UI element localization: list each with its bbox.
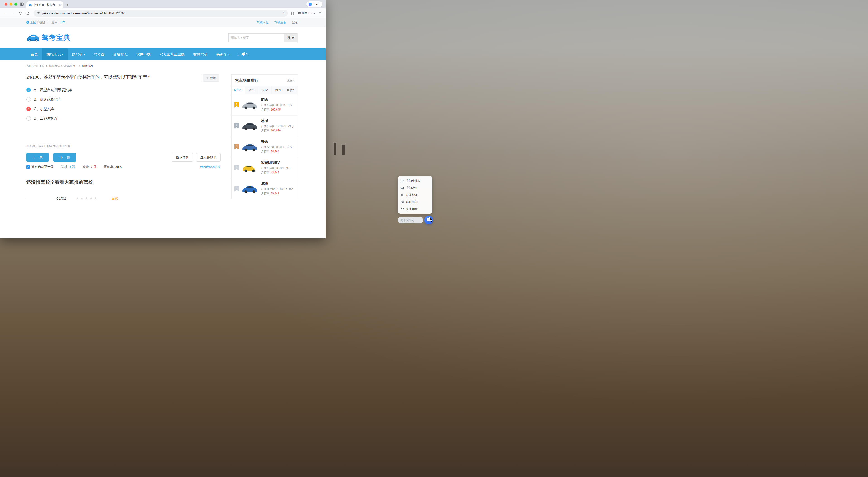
- close-window-button[interactable]: [4, 3, 7, 6]
- tab-close-icon[interactable]: ×: [59, 3, 61, 6]
- minimize-window-button[interactable]: [9, 3, 12, 6]
- forward-button[interactable]: →: [10, 10, 16, 16]
- school-join-link[interactable]: 驾校入驻: [257, 21, 269, 25]
- nav-item-community[interactable]: 驾考圈: [89, 49, 109, 60]
- auto-next-checkbox[interactable]: ✓: [26, 165, 30, 169]
- nav-item-smart-school[interactable]: 智慧驾校: [189, 49, 212, 60]
- ranking-item[interactable]: 2 思域 厂商指导价: 12.99-18.79万 月订单: 101,090: [232, 116, 298, 136]
- nav-item-enterprise[interactable]: 驾考宝典企业版: [155, 49, 189, 60]
- url-bar[interactable]: jiakaobaodian.com/mnks/exercise/0-car-ke…: [33, 10, 288, 17]
- ranking-item[interactable]: 1 朗逸 厂商指导价: 8.00-15.19万 月订单: 167,645: [232, 94, 298, 116]
- option-b[interactable]: B、低速载货汽车: [26, 95, 221, 104]
- show-explanation-button[interactable]: 显示详解: [172, 153, 193, 162]
- bookmark-star-icon[interactable]: ☆: [282, 11, 285, 15]
- car-image: [240, 120, 259, 131]
- ranking-tabs: 全部车 轿车 SUV MPV 客货车: [232, 86, 298, 94]
- browser-toolbar: ← → jiakaobaodian.com/mnks/exercise/0-ca…: [0, 8, 326, 18]
- extensions-icon[interactable]: [290, 11, 295, 15]
- divider: [26, 190, 221, 190]
- site-info-icon[interactable]: [36, 11, 40, 15]
- ranking-item[interactable]: 5 威朗 厂商指导价: 12.89-15.89万 月订单: 39,841: [232, 178, 298, 199]
- auto-next-label: 答对自动下一题: [31, 165, 54, 169]
- url-text[interactable]: jiakaobaodian.com/mnks/exercise/0-car-ke…: [42, 11, 280, 15]
- school-admin-link[interactable]: 驾校后台: [274, 21, 286, 25]
- ranking-tab-suv[interactable]: SUV: [258, 86, 271, 94]
- question-hint: 单选题，请选择你认为正确的答案！: [26, 144, 221, 148]
- car-name: 轩逸: [261, 139, 292, 144]
- site-logo[interactable]: 驾考宝典: [26, 33, 71, 42]
- show-answer-card-button[interactable]: 显示答题卡: [196, 153, 221, 162]
- nav-item-used-car[interactable]: 二手车: [234, 49, 253, 60]
- cloud-drive-icon: [401, 207, 404, 211]
- wallpaper-tower: [334, 143, 336, 155]
- bank-value-link[interactable]: 小车: [60, 21, 65, 25]
- qwen-assistant-menu: 千问快捷框 千问读屏 录音纪要 截屏提问 夸克网盘: [398, 176, 432, 214]
- school-price: 面议: [112, 196, 118, 200]
- back-button[interactable]: ←: [3, 10, 9, 16]
- price-label: 厂商指导价:: [261, 166, 275, 170]
- school-list-item[interactable]: · C1/C2 ★★★★★ 面议: [26, 196, 221, 201]
- search-input[interactable]: [228, 33, 284, 42]
- prev-question-button[interactable]: 上一题: [26, 153, 49, 162]
- nav-item-mock-exam[interactable]: 模拟考试▾: [42, 49, 67, 60]
- qwen-ask-input[interactable]: [398, 217, 423, 223]
- breadcrumb-link-kemu1[interactable]: 小车科目一: [64, 64, 78, 68]
- orders-label: 月订单:: [261, 171, 270, 174]
- webtools-extension-button[interactable]: 网页工具 ▾: [296, 11, 317, 15]
- home-button[interactable]: [25, 10, 31, 16]
- option-c[interactable]: × C、小型汽车: [26, 104, 221, 114]
- ranking-item[interactable]: 4 宏光MINIEV 厂商指导价: 3.28-9.99万 月订单: 42,642: [232, 157, 298, 179]
- next-question-button[interactable]: 下一题: [54, 153, 76, 162]
- ranking-tab-sedan[interactable]: 轿车: [245, 86, 258, 94]
- search-button[interactable]: 搜 索: [284, 33, 298, 42]
- school-section: 还没报驾校？看看大家报的驾校 · C1/C2 ★★★★★ 面议: [26, 179, 221, 201]
- correct-label: 答对:: [61, 165, 68, 169]
- reload-button[interactable]: [17, 10, 24, 16]
- logo-text: 驾考宝典: [42, 33, 71, 42]
- browser-tab[interactable]: 小车科目一模拟考 ×: [26, 1, 63, 8]
- wrong-cross-icon: ×: [26, 107, 31, 111]
- location-pin-icon: [26, 21, 29, 24]
- site-search: 搜 索: [228, 33, 298, 42]
- ranking-more-link[interactable]: 更多>: [287, 78, 294, 83]
- nav-item-traffic-signs[interactable]: 交通标志: [109, 49, 132, 60]
- option-a[interactable]: ✓ A、轻型自动挡载货汽车: [26, 85, 221, 95]
- ranking-tab-mpv[interactable]: MPV: [271, 86, 284, 94]
- ranking-tab-commercial[interactable]: 客货车: [285, 86, 298, 94]
- browser-menu-icon[interactable]: ≡: [317, 11, 323, 15]
- login-link[interactable]: 登录: [292, 21, 298, 25]
- assistant-item-audio-notes[interactable]: 录音纪要: [398, 191, 432, 198]
- tab-overview-icon[interactable]: [20, 2, 24, 6]
- ranking-item[interactable]: 3 轩逸 厂商指导价: 8.09-17.49万 月订单: 54,564: [232, 136, 298, 157]
- car-sales-ranking: 汽车销量排行 更多> 全部车 轿车 SUV MPV 客货车 1 朗逸 厂商指导价…: [231, 74, 298, 199]
- nav-item-downloads[interactable]: 软件下载: [132, 49, 155, 60]
- favorite-button[interactable]: ★ 收藏: [203, 74, 219, 82]
- qwen-extension-badge[interactable]: 千问 ›: [307, 1, 322, 7]
- nav-item-buy-car[interactable]: 买新车▾: [212, 49, 234, 60]
- assistant-item-quick-box[interactable]: 千问快捷框: [398, 177, 432, 184]
- options-list: ✓ A、轻型自动挡载货汽车 B、低速载货汽车 × C、小型汽车 D、二轮摩托车: [26, 85, 221, 123]
- tab-favicon-car-icon: [29, 3, 32, 6]
- option-label: A、轻型自动挡载货汽车: [34, 88, 72, 92]
- switch-location-link[interactable]: [切换]: [37, 21, 45, 25]
- tab-title: 小车科目一模拟考: [33, 3, 58, 7]
- price-value: 8.00-15.19万: [276, 103, 292, 107]
- car-image: [240, 99, 259, 110]
- ranking-tab-all[interactable]: 全部车: [232, 86, 245, 94]
- radio-circle-icon: [26, 97, 31, 102]
- nav-item-home[interactable]: 首页: [26, 49, 42, 60]
- orders-value: 39,841: [271, 192, 279, 195]
- cloud-sync-link[interactable]: 云同步做题进度: [200, 165, 221, 169]
- rank-badge: 3: [235, 144, 239, 150]
- zoom-window-button[interactable]: [14, 3, 18, 6]
- assistant-item-screenshot-ask[interactable]: 截屏提问: [398, 198, 432, 205]
- breadcrumb-link-mock-exam[interactable]: 模拟考试: [49, 64, 60, 68]
- tab-strip: 小车科目一模拟考 × + 千问 ›: [0, 0, 326, 8]
- assistant-item-screen-reader[interactable]: 千问读屏: [398, 184, 432, 191]
- option-d[interactable]: D、二轮摩托车: [26, 114, 221, 123]
- breadcrumb-link-home[interactable]: 首页: [39, 64, 44, 68]
- nav-item-find-school[interactable]: 找驾校▾: [67, 49, 89, 60]
- location-link[interactable]: 全国: [30, 21, 36, 25]
- assistant-item-quark-drive[interactable]: 夸克网盘: [398, 205, 432, 213]
- new-tab-button[interactable]: +: [66, 2, 69, 7]
